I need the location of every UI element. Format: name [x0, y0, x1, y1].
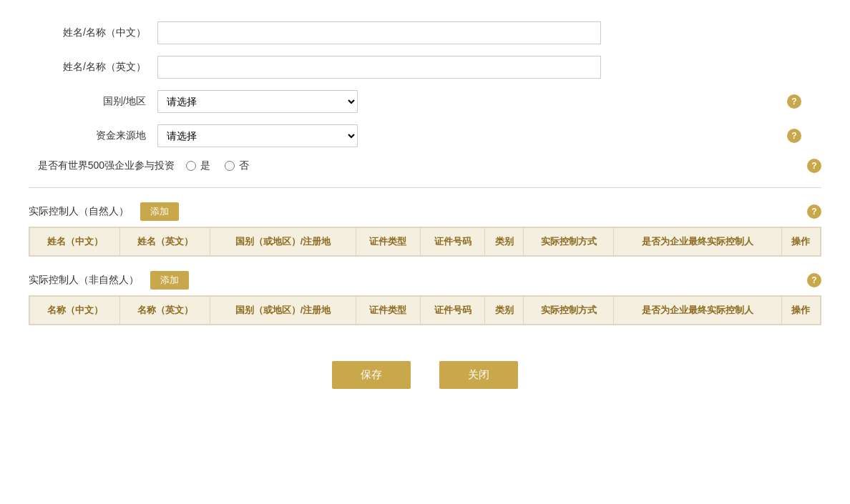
- natural-person-header-right: ?: [801, 204, 821, 219]
- fortune500-no-radio[interactable]: [225, 161, 235, 171]
- non-natural-person-title: 实际控制人（非自然人）: [29, 274, 139, 287]
- country-help-icon[interactable]: ?: [787, 94, 801, 109]
- natural-person-title: 实际控制人（自然人）: [29, 205, 129, 218]
- fortune500-row-inner: 是 否 ?: [186, 159, 821, 173]
- fortune500-label: 是否有世界500强企业参与投资: [29, 159, 186, 172]
- close-button[interactable]: 关闭: [439, 361, 518, 389]
- country-select[interactable]: 请选择: [157, 90, 358, 113]
- non-natural-person-add-button[interactable]: 添加: [150, 271, 189, 290]
- natural-person-help-icon[interactable]: ?: [807, 204, 821, 219]
- natural-person-table-wrapper: 姓名（中文） 姓名（英文） 国别（或地区）/注册地 证件类型 证件号码 类别 实…: [29, 227, 821, 257]
- non-natural-person-table-wrapper: 名称（中文） 名称（英文） 国别（或地区）/注册地 证件类型 证件号码 类别 实…: [29, 295, 821, 325]
- non-natural-person-header-row: 名称（中文） 名称（英文） 国别（或地区）/注册地 证件类型 证件号码 类别 实…: [30, 297, 821, 325]
- name-cn-label: 姓名/名称（中文）: [29, 26, 157, 39]
- save-button[interactable]: 保存: [332, 361, 411, 389]
- non-natural-person-section: 实际控制人（非自然人） 添加 ? 名称（中文） 名称（英文） 国别（或地区）/注…: [29, 271, 821, 325]
- non-natural-col-3: 证件类型: [356, 297, 420, 325]
- natural-person-header: 实际控制人（自然人） 添加 ?: [29, 202, 821, 221]
- non-natural-person-table: 名称（中文） 名称（英文） 国别（或地区）/注册地 证件类型 证件号码 类别 实…: [29, 296, 821, 325]
- country-row-inner: 请选择 ?: [157, 90, 801, 113]
- natural-col-4: 证件号码: [420, 228, 484, 256]
- name-en-input[interactable]: [157, 56, 601, 79]
- non-natural-col-7: 是否为企业最终实际控制人: [614, 297, 781, 325]
- fund-source-label: 资金来源地: [29, 129, 157, 142]
- natural-col-7: 是否为企业最终实际控制人: [614, 228, 781, 256]
- name-en-label: 姓名/名称（英文）: [29, 61, 157, 74]
- fortune500-help-icon[interactable]: ?: [807, 159, 821, 173]
- name-cn-input[interactable]: [157, 21, 601, 44]
- fund-source-help-icon[interactable]: ?: [787, 129, 801, 143]
- non-natural-person-thead: 名称（中文） 名称（英文） 国别（或地区）/注册地 证件类型 证件号码 类别 实…: [30, 297, 821, 325]
- natural-person-header-row: 姓名（中文） 姓名（英文） 国别（或地区）/注册地 证件类型 证件号码 类别 实…: [30, 228, 821, 256]
- non-natural-col-2: 国别（或地区）/注册地: [210, 297, 356, 325]
- non-natural-person-header-right: ?: [801, 273, 821, 287]
- natural-col-6: 实际控制方式: [524, 228, 614, 256]
- natural-col-8: 操作: [781, 228, 820, 256]
- fortune500-radio-group: 是 否: [186, 159, 249, 172]
- name-cn-row: 姓名/名称（中文）: [29, 21, 821, 44]
- natural-col-2: 国别（或地区）/注册地: [210, 228, 356, 256]
- non-natural-col-0: 名称（中文）: [30, 297, 120, 325]
- country-row: 国别/地区 请选择 ?: [29, 90, 821, 113]
- natural-person-table: 姓名（中文） 姓名（英文） 国别（或地区）/注册地 证件类型 证件号码 类别 实…: [29, 227, 821, 256]
- fund-source-row: 资金来源地 请选择 ?: [29, 124, 821, 147]
- non-natural-col-6: 实际控制方式: [524, 297, 614, 325]
- fortune500-yes-radio[interactable]: [186, 161, 196, 171]
- fund-source-select[interactable]: 请选择: [157, 124, 358, 147]
- name-en-row: 姓名/名称（英文）: [29, 56, 821, 79]
- fund-source-row-inner: 请选择 ?: [157, 124, 801, 147]
- non-natural-col-1: 名称（英文）: [120, 297, 210, 325]
- fortune500-yes-label: 是: [200, 159, 210, 172]
- natural-col-1: 姓名（英文）: [120, 228, 210, 256]
- fortune500-no-option[interactable]: 否: [225, 159, 249, 172]
- form-section: 姓名/名称（中文） 姓名/名称（英文） 国别/地区 请选择 ? 资金来源地 请选…: [29, 21, 821, 173]
- non-natural-col-5: 类别: [485, 297, 524, 325]
- fortune500-row: 是否有世界500强企业参与投资 是 否 ?: [29, 159, 821, 173]
- divider-1: [29, 187, 821, 188]
- natural-col-3: 证件类型: [356, 228, 420, 256]
- natural-person-thead: 姓名（中文） 姓名（英文） 国别（或地区）/注册地 证件类型 证件号码 类别 实…: [30, 228, 821, 256]
- fortune500-no-label: 否: [239, 159, 249, 172]
- natural-person-add-button[interactable]: 添加: [140, 202, 179, 221]
- non-natural-person-header: 实际控制人（非自然人） 添加 ?: [29, 271, 821, 290]
- non-natural-col-8: 操作: [781, 297, 820, 325]
- natural-col-0: 姓名（中文）: [30, 228, 120, 256]
- non-natural-col-4: 证件号码: [420, 297, 484, 325]
- natural-person-section: 实际控制人（自然人） 添加 ? 姓名（中文） 姓名（英文） 国别（或地区）/注册…: [29, 202, 821, 257]
- natural-col-5: 类别: [485, 228, 524, 256]
- non-natural-person-help-icon[interactable]: ?: [807, 273, 821, 287]
- fortune500-yes-option[interactable]: 是: [186, 159, 210, 172]
- footer-buttons: 保存 关闭: [29, 361, 821, 389]
- country-label: 国别/地区: [29, 95, 157, 108]
